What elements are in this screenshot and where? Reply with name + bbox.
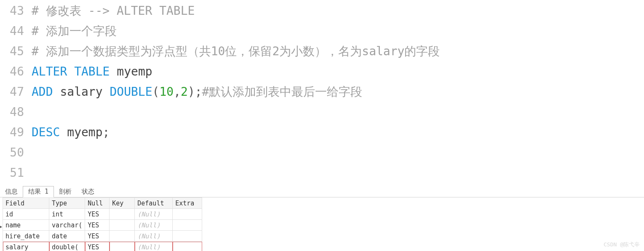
- cell[interactable]: date: [49, 231, 85, 242]
- line-number: 49: [0, 122, 32, 143]
- tab-信息[interactable]: 信息: [0, 186, 23, 197]
- column-header[interactable]: Null: [85, 198, 110, 209]
- cell[interactable]: [173, 231, 202, 242]
- code-line[interactable]: 49DESC myemp;: [0, 122, 644, 143]
- result-tabs: 信息结果 1剖析状态: [0, 186, 644, 197]
- code-content[interactable]: ADD salary DOUBLE(10,2);#默认添加到表中最后一给字段: [32, 82, 362, 102]
- watermark: CSDN @陈弋辛: [604, 241, 640, 248]
- result-table[interactable]: FieldTypeNullKeyDefaultExtraidintYES(Nul…: [3, 197, 202, 251]
- cell[interactable]: double(: [49, 242, 85, 251]
- cell[interactable]: name: [3, 220, 49, 231]
- code-line[interactable]: 51: [0, 163, 644, 183]
- cell[interactable]: salary: [3, 242, 49, 251]
- code-line[interactable]: 50: [0, 143, 644, 163]
- cell[interactable]: [173, 242, 202, 251]
- line-number: 46: [0, 62, 32, 82]
- code-content[interactable]: # 添加一个字段: [32, 21, 117, 41]
- tab-剖析[interactable]: 剖析: [54, 186, 77, 197]
- cell[interactable]: [110, 242, 135, 251]
- tab-状态[interactable]: 状态: [77, 186, 99, 197]
- line-number: 45: [0, 41, 32, 62]
- code-line[interactable]: 48: [0, 102, 644, 122]
- line-number: 47: [0, 82, 32, 102]
- column-header[interactable]: Type: [49, 198, 85, 209]
- table-row[interactable]: idintYES(Null): [3, 209, 202, 220]
- code-line[interactable]: 45# 添加一个数据类型为浮点型（共10位，保留2为小数），名为salary的字…: [0, 41, 644, 62]
- code-editor[interactable]: 43# 修改表 --> ALTER TABLE44# 添加一个字段45# 添加一…: [0, 0, 644, 183]
- cell[interactable]: int: [49, 209, 85, 220]
- cell[interactable]: [110, 209, 135, 220]
- line-number: 43: [0, 1, 32, 21]
- column-header[interactable]: Key: [110, 198, 135, 209]
- line-number: 48: [0, 102, 32, 122]
- code-line[interactable]: 44# 添加一个字段: [0, 21, 644, 41]
- column-header[interactable]: Extra: [173, 198, 202, 209]
- code-content[interactable]: DESC myemp;: [32, 122, 110, 143]
- tab-结果 1[interactable]: 结果 1: [23, 186, 54, 197]
- table-row[interactable]: namevarchar(YES(Null): [3, 220, 202, 231]
- cell[interactable]: [173, 220, 202, 231]
- code-content[interactable]: # 添加一个数据类型为浮点型（共10位，保留2为小数），名为salary的字段: [32, 41, 440, 62]
- cell[interactable]: [110, 231, 135, 242]
- cell[interactable]: YES: [85, 209, 110, 220]
- code-content[interactable]: # 修改表 --> ALTER TABLE: [32, 1, 195, 21]
- row-pointer-icon: ▶: [0, 224, 2, 229]
- code-content[interactable]: ALTER TABLE myemp: [32, 62, 152, 82]
- line-number: 50: [0, 143, 32, 163]
- line-number: 44: [0, 21, 32, 41]
- column-header[interactable]: Default: [135, 198, 173, 209]
- cell[interactable]: [173, 209, 202, 220]
- cell[interactable]: YES: [85, 231, 110, 242]
- table-row[interactable]: hire_datedateYES(Null): [3, 231, 202, 242]
- cell[interactable]: (Null): [135, 231, 173, 242]
- column-header[interactable]: Field: [3, 198, 49, 209]
- code-line[interactable]: 46ALTER TABLE myemp: [0, 62, 644, 82]
- cell[interactable]: [110, 220, 135, 231]
- line-number: 51: [0, 163, 32, 183]
- cell[interactable]: (Null): [135, 220, 173, 231]
- cell[interactable]: varchar(: [49, 220, 85, 231]
- table-row[interactable]: salarydouble(YES(Null): [3, 242, 202, 251]
- code-line[interactable]: 43# 修改表 --> ALTER TABLE: [0, 1, 644, 21]
- cell[interactable]: (Null): [135, 242, 173, 251]
- cell[interactable]: (Null): [135, 209, 173, 220]
- code-line[interactable]: 47ADD salary DOUBLE(10,2);#默认添加到表中最后一给字段: [0, 82, 644, 102]
- cell[interactable]: hire_date: [3, 231, 49, 242]
- cell[interactable]: id: [3, 209, 49, 220]
- cell[interactable]: YES: [85, 220, 110, 231]
- cell[interactable]: YES: [85, 242, 110, 251]
